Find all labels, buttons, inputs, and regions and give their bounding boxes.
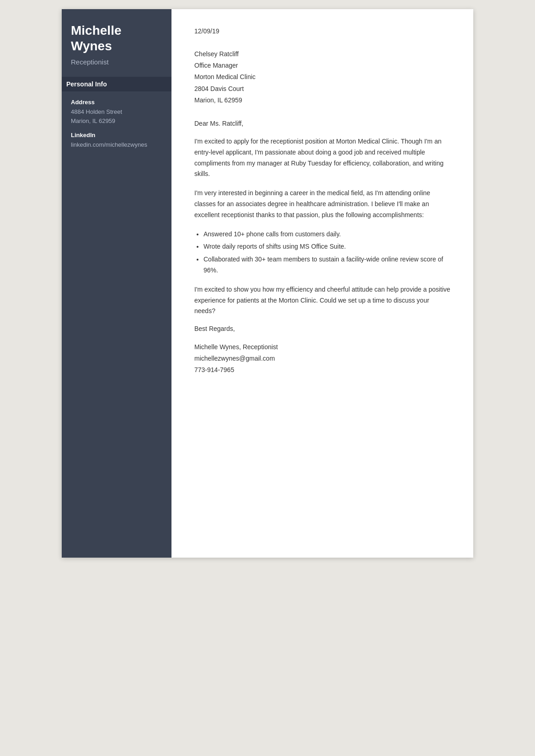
applicant-name: Michelle Wynes	[71, 23, 162, 53]
personal-info-header: Personal Info	[62, 77, 171, 91]
applicant-title: Receptionist	[71, 58, 162, 66]
linkedin-label: LinkedIn	[71, 132, 162, 138]
recipient-company: Morton Medical Clinic	[194, 71, 450, 83]
recipient-address1: 2804 Davis Court	[194, 83, 450, 95]
address-label: Address	[71, 99, 162, 106]
accomplishments-list: Answered 10+ phone calls from customers …	[203, 229, 450, 276]
recipient-title: Office Manager	[194, 60, 450, 71]
signature-email: michellezwynes@gmail.com	[194, 353, 450, 364]
letter-date: 12/09/19	[194, 27, 450, 35]
closing: Best Regards,	[194, 325, 450, 332]
paragraph-3: I'm excited to show you how my efficienc…	[194, 284, 450, 317]
main-content: 12/09/19 Chelsey Ratcliff Office Manager…	[171, 9, 473, 558]
linkedin-value: linkedin.com/michellezwynes	[71, 140, 162, 149]
signature-block: Michelle Wynes, Receptionist michellezwy…	[194, 341, 450, 376]
bullet-item-2: Wrote daily reports of shifts using MS O…	[203, 241, 450, 252]
signature-name: Michelle Wynes, Receptionist	[194, 341, 450, 353]
bullet-item-3: Collaborated with 30+ team members to su…	[203, 254, 450, 276]
paragraph-1: I'm excited to apply for the receptionis…	[194, 136, 450, 180]
paragraph-2: I'm very interested in beginning a caree…	[194, 188, 450, 220]
cover-letter-document: Michelle Wynes Receptionist Personal Inf…	[62, 9, 473, 558]
recipient-block: Chelsey Ratcliff Office Manager Morton M…	[194, 48, 450, 106]
signature-phone: 773-914-7965	[194, 364, 450, 376]
sidebar: Michelle Wynes Receptionist Personal Inf…	[62, 9, 171, 558]
bullet-item-1: Answered 10+ phone calls from customers …	[203, 229, 450, 240]
address-value: 4884 Holden Street Marion, IL 62959	[71, 107, 162, 125]
recipient-address2: Marion, IL 62959	[194, 95, 450, 106]
recipient-name: Chelsey Ratcliff	[194, 48, 450, 60]
salutation: Dear Ms. Ratcliff,	[194, 120, 450, 127]
